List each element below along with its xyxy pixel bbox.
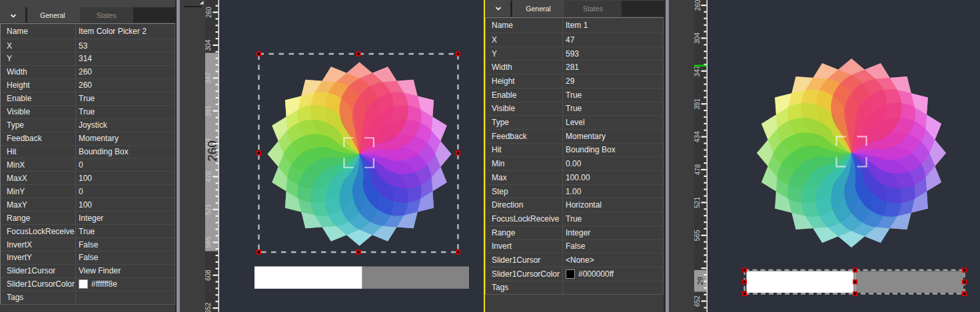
svg-text:304: 304 — [205, 39, 213, 51]
svg-text:565: 565 — [205, 237, 213, 248]
svg-text:652: 652 — [205, 302, 213, 312]
svg-text:608: 608 — [205, 269, 213, 281]
svg-text:521: 521 — [694, 197, 702, 208]
svg-text:260: 260 — [694, 0, 702, 11]
svg-text:260: 260 — [205, 7, 213, 18]
svg-text:565: 565 — [694, 230, 702, 241]
svg-text:347: 347 — [205, 73, 213, 84]
svg-text:29: 29 — [697, 277, 705, 285]
svg-text:434: 434 — [694, 131, 702, 142]
svg-text:304: 304 — [694, 33, 702, 44]
svg-text:347: 347 — [694, 65, 702, 77]
svg-text:391: 391 — [205, 105, 213, 116]
svg-text:652: 652 — [694, 295, 702, 307]
svg-text:521: 521 — [205, 204, 213, 215]
svg-text:478: 478 — [205, 171, 213, 182]
svg-text:478: 478 — [694, 164, 702, 175]
svg-text:391: 391 — [694, 98, 702, 109]
